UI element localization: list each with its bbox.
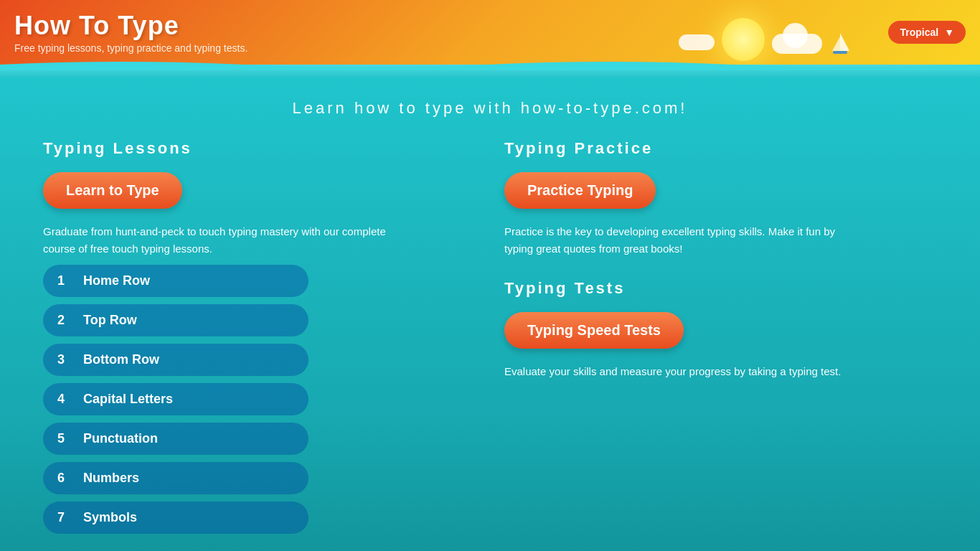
lesson-name: Punctuation — [83, 431, 158, 446]
lesson-item[interactable]: 1 Home Row — [43, 265, 308, 297]
practice-tests-column: Typing Practice Practice Typing Practice… — [504, 139, 937, 534]
tests-section-title: Typing Tests — [504, 279, 937, 298]
site-subtitle: Free typing lessons, typing practice and… — [14, 42, 248, 54]
lesson-number: 7 — [57, 510, 72, 525]
lessons-section-title: Typing Lessons — [43, 139, 476, 158]
chevron-down-icon: ▼ — [944, 27, 954, 38]
lesson-item[interactable]: 2 Top Row — [43, 304, 308, 336]
svg-rect-2 — [833, 51, 847, 54]
learn-to-type-button[interactable]: Learn to Type — [43, 172, 182, 209]
theme-label: Tropical — [900, 27, 938, 38]
lesson-number: 4 — [57, 392, 72, 407]
cloud-icon — [679, 34, 715, 50]
lessons-column: Typing Lessons Learn to Type Graduate fr… — [43, 139, 476, 534]
header-scene — [679, 18, 851, 65]
lesson-item[interactable]: 3 Bottom Row — [43, 344, 308, 376]
lesson-name: Bottom Row — [83, 352, 159, 367]
cloud-icon-2 — [772, 34, 822, 54]
lesson-number: 2 — [57, 313, 72, 328]
tests-section: Typing Tests Typing Speed Tests Evaluate… — [504, 279, 937, 380]
practice-section: Typing Practice Practice Typing Practice… — [504, 139, 937, 258]
wave-separator — [0, 65, 980, 77]
lesson-list: 1 Home Row 2 Top Row 3 Bottom Row 4 Capi… — [43, 265, 476, 534]
practice-typing-button[interactable]: Practice Typing — [504, 172, 656, 209]
lessons-description: Graduate from hunt-and-peck to touch typ… — [43, 223, 387, 258]
header-title-wrap: How To Type Free typing lessons, typing … — [14, 11, 248, 54]
page-headline: Learn how to type with how-to-type.com! — [43, 99, 937, 118]
tests-description: Evaluate your skills and measure your pr… — [504, 363, 849, 380]
site-header: How To Type Free typing lessons, typing … — [0, 0, 980, 65]
lesson-item[interactable]: 6 Numbers — [43, 462, 308, 494]
lesson-name: Symbols — [83, 510, 137, 525]
lesson-item[interactable]: 4 Capital Letters — [43, 383, 308, 415]
practice-section-title: Typing Practice — [504, 139, 937, 158]
practice-description: Practice is the key to developing excell… — [504, 223, 849, 258]
svg-marker-0 — [840, 33, 849, 51]
sailboat-icon — [829, 29, 851, 61]
site-title: How To Type — [14, 11, 248, 41]
lesson-number: 6 — [57, 471, 72, 486]
two-column-layout: Typing Lessons Learn to Type Graduate fr… — [43, 139, 937, 534]
lesson-name: Numbers — [83, 471, 139, 486]
lesson-name: Home Row — [83, 273, 150, 288]
lesson-number: 5 — [57, 431, 72, 446]
sun-icon — [722, 18, 765, 61]
theme-dropdown[interactable]: Tropical ▼ — [888, 21, 966, 44]
lesson-item[interactable]: 5 Punctuation — [43, 423, 308, 455]
typing-speed-tests-button[interactable]: Typing Speed Tests — [504, 312, 684, 349]
lesson-number: 3 — [57, 352, 72, 367]
svg-marker-1 — [832, 37, 840, 51]
lesson-name: Capital Letters — [83, 392, 173, 407]
main-content: Learn how to type with how-to-type.com! … — [0, 77, 980, 551]
lesson-item[interactable]: 7 Symbols — [43, 501, 308, 534]
lesson-number: 1 — [57, 273, 72, 288]
lesson-name: Top Row — [83, 313, 137, 328]
